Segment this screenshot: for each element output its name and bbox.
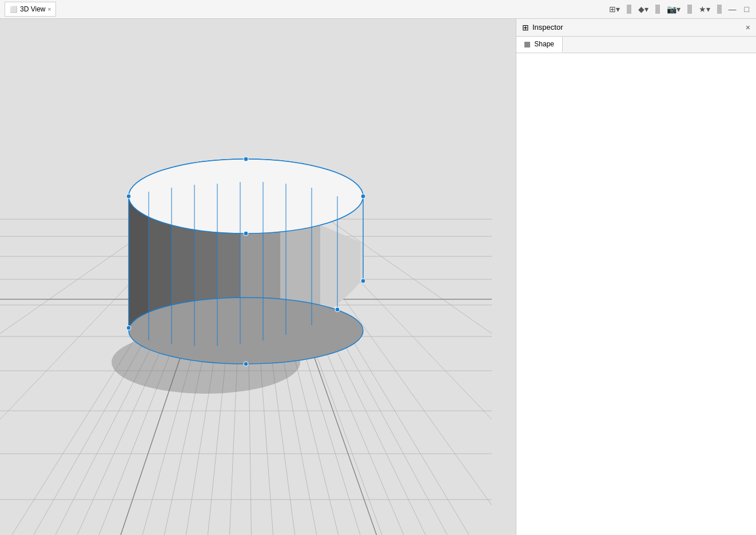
svg-point-57 (126, 194, 131, 199)
inspector-title-label: Inspector (532, 23, 563, 31)
separator1 (627, 5, 631, 14)
viewport[interactable] (0, 19, 516, 535)
viewport-tab-label: 3D View (20, 5, 45, 13)
separator3 (687, 5, 692, 14)
svg-point-64 (335, 307, 340, 312)
inspector-panel: ⊞ Inspector × Shape Name ▲ ▲ (516, 19, 756, 535)
inspector-title: ⊞ Inspector (522, 23, 563, 32)
inspector-window-controls: × (746, 23, 750, 32)
separator2 (655, 5, 660, 14)
top-toolbar: ⬜ 3D View × ⊞▾ ◆▾ 📷▾ ★▾ — □ (0, 0, 756, 19)
window-minimize[interactable]: — (726, 3, 739, 15)
tab-shape-label: Shape (534, 40, 554, 48)
svg-point-59 (244, 157, 248, 161)
viewport-tab-close[interactable]: × (47, 6, 51, 13)
inspector-tabs: Shape (516, 37, 756, 53)
snap-icon[interactable]: ⊞▾ (607, 3, 622, 15)
bookmark-icon[interactable]: ★▾ (697, 3, 713, 15)
svg-point-45 (129, 159, 363, 233)
viewport-icon: ⬜ (10, 6, 18, 13)
svg-point-62 (361, 279, 365, 283)
layer-icon[interactable]: ◆▾ (636, 3, 651, 15)
svg-point-60 (244, 231, 248, 236)
svg-point-44 (129, 298, 363, 364)
separator4 (717, 5, 722, 14)
inspector-panel-icon: ⊞ (522, 23, 529, 32)
toolbar-icons: ⊞▾ ◆▾ 📷▾ ★▾ — □ (607, 3, 751, 15)
camera-icon[interactable]: 📷▾ (665, 3, 683, 15)
svg-point-58 (361, 194, 365, 199)
shape-tab-icon (524, 42, 530, 47)
viewport-grid (0, 19, 516, 535)
svg-point-63 (244, 362, 248, 366)
viewport-tab[interactable]: ⬜ 3D View × (5, 2, 56, 17)
main-area: ⊞ Inspector × Shape Name ▲ ▲ (0, 19, 756, 535)
window-maximize[interactable]: □ (742, 3, 751, 15)
inspector-header: ⊞ Inspector × (516, 19, 756, 37)
inspector-close-btn[interactable]: × (746, 23, 750, 32)
svg-point-61 (126, 326, 131, 330)
scrollbar-track[interactable] (749, 53, 756, 535)
tab-shape[interactable]: Shape (516, 37, 563, 53)
